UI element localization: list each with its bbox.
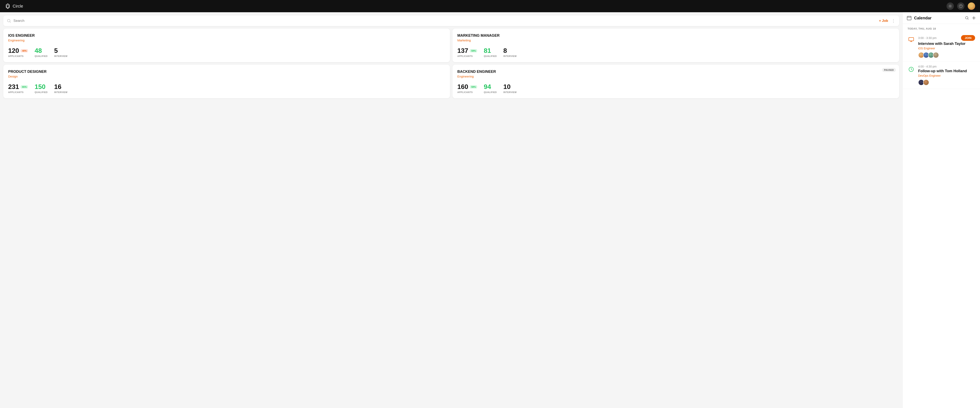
event-subtitle-1: DevOps Engineer — [918, 74, 975, 77]
settings-icon-btn[interactable] — [947, 2, 954, 10]
job-card-backend-engineer: PAUSED BACKEND ENGINEER Engineering 160 … — [452, 65, 899, 98]
applicants-badge: 65% — [21, 85, 28, 89]
event-content-1: 4:00 - 4:30 pm Follow-up with Tom Hollan… — [918, 65, 975, 86]
svg-rect-8 — [909, 38, 914, 41]
job-card-product-designer: PRODUCT DESIGNER Design 231 65% APPLICAN… — [3, 65, 450, 98]
qualified-number: 48 — [35, 47, 48, 54]
stat-qualified: 94 QUALIFIED — [484, 83, 497, 94]
more-options-icon[interactable]: ⋮ — [891, 18, 896, 23]
interview-number: 8 — [503, 47, 517, 54]
svg-point-2 — [961, 7, 961, 7]
interview-number: 5 — [54, 47, 67, 54]
job-department: Engineering — [8, 38, 445, 42]
job-title: PRODUCT DESIGNER — [8, 70, 445, 74]
search-left — [7, 19, 879, 23]
main-layout: + Job ⋮ IOS ENGINEER Engineering 120 40%… — [0, 12, 980, 408]
svg-rect-6 — [910, 16, 910, 17]
event-subtitle-0: iOS Engineer — [918, 47, 975, 50]
svg-point-0 — [950, 5, 951, 7]
stat-applicants: 231 65% APPLICANTS — [8, 83, 28, 94]
join-button-0[interactable]: JOIN — [961, 35, 975, 41]
job-title: MARKETING MANAGER — [457, 33, 894, 38]
applicants-number: 120 40% — [8, 47, 28, 54]
calendar-header-right — [965, 16, 976, 20]
applicants-label: APPLICANTS — [8, 91, 28, 94]
applicants-badge: 59% — [470, 49, 477, 52]
applicants-badge: 59% — [470, 85, 477, 89]
calendar-icon — [907, 16, 912, 21]
topnav: Circle — [0, 0, 980, 12]
event-title-1: Follow-up with Tom Holland — [918, 69, 975, 73]
job-title: BACKEND ENGINEER — [457, 70, 894, 74]
paused-badge: PAUSED — [882, 68, 896, 72]
today-label: TODAY, THU, AUG 18 — [903, 24, 980, 32]
event-avatars-1 — [918, 79, 975, 86]
job-stats: 137 59% APPLICANTS 81 QUALIFIED 8 INTERV… — [457, 47, 894, 57]
avatar-image — [968, 2, 975, 10]
jobs-grid: IOS ENGINEER Engineering 120 40% APPLICA… — [3, 29, 899, 98]
svg-rect-5 — [908, 16, 908, 17]
event-time-row-1: 4:00 - 4:30 pm — [918, 65, 975, 68]
stat-interview: 10 INTERVIEW — [503, 83, 517, 94]
stat-qualified: 48 QUALIFIED — [35, 47, 48, 57]
applicants-badge: 40% — [21, 49, 28, 52]
topnav-left: Circle — [5, 3, 23, 9]
stat-interview: 16 INTERVIEW — [54, 83, 67, 94]
screen-icon — [908, 37, 914, 43]
job-stats: 160 59% APPLICANTS 94 QUALIFIED 10 INTER… — [457, 83, 894, 94]
event-time-0: 3:00 - 3:30 pm — [918, 36, 937, 40]
interview-label: INTERVIEW — [503, 91, 517, 94]
applicants-number: 231 65% — [8, 83, 28, 90]
avatar-1-1 — [923, 79, 929, 86]
avatar-0-3 — [933, 52, 939, 58]
applicants-number: 160 59% — [457, 83, 477, 90]
user-avatar[interactable] — [968, 2, 975, 10]
event-icon-clock — [907, 66, 915, 73]
help-icon — [959, 4, 963, 8]
job-department: Engineering — [457, 75, 894, 78]
qualified-number: 81 — [484, 47, 497, 54]
add-job-button[interactable]: + Job — [879, 19, 888, 23]
applicants-label: APPLICANTS — [457, 55, 477, 57]
job-card-ios-engineer: IOS ENGINEER Engineering 120 40% APPLICA… — [3, 29, 450, 62]
interview-number: 10 — [503, 83, 517, 90]
search-input[interactable] — [13, 19, 879, 23]
applicants-label: APPLICANTS — [8, 55, 28, 57]
event-time-row-0: 3:00 - 3:30 pm JOIN — [918, 35, 975, 41]
stat-applicants: 160 59% APPLICANTS — [457, 83, 477, 94]
event-icon-screen — [907, 36, 915, 43]
stat-applicants: 137 59% APPLICANTS — [457, 47, 477, 57]
qualified-number: 94 — [484, 83, 497, 90]
app-title: Circle — [13, 4, 23, 9]
calendar-search-button[interactable] — [965, 16, 969, 20]
qualified-number: 150 — [35, 83, 48, 90]
interview-label: INTERVIEW — [503, 55, 517, 57]
stat-qualified: 81 QUALIFIED — [484, 47, 497, 57]
calendar-header-left: Calendar — [907, 16, 932, 21]
svg-rect-4 — [907, 16, 911, 20]
stat-qualified: 150 QUALIFIED — [35, 83, 48, 94]
interview-number: 16 — [54, 83, 67, 90]
settings-icon — [948, 4, 952, 8]
clock-icon — [908, 67, 914, 72]
help-icon-btn[interactable] — [957, 2, 964, 10]
left-panel: + Job ⋮ IOS ENGINEER Engineering 120 40%… — [0, 12, 902, 408]
calendar-add-button[interactable] — [972, 16, 976, 20]
stat-interview: 5 INTERVIEW — [54, 47, 67, 57]
calendar-event-0: 3:00 - 3:30 pm JOIN Interview with Sarah… — [903, 32, 980, 62]
calendar-title: Calendar — [914, 16, 932, 21]
event-content-0: 3:00 - 3:30 pm JOIN Interview with Sarah… — [918, 35, 975, 58]
interview-label: INTERVIEW — [54, 91, 67, 94]
calendar-event-1: 4:00 - 4:30 pm Follow-up with Tom Hollan… — [903, 62, 980, 89]
interview-label: INTERVIEW — [54, 55, 67, 57]
circle-logo-icon — [5, 3, 11, 9]
job-department: Design — [8, 75, 445, 78]
applicants-number: 137 59% — [457, 47, 477, 54]
event-title-0: Interview with Sarah Taylor — [918, 41, 975, 46]
qualified-label: QUALIFIED — [484, 91, 497, 94]
event-time-1: 4:00 - 4:30 pm — [918, 65, 937, 68]
search-icon — [965, 16, 969, 20]
calendar-header: Calendar — [903, 12, 980, 24]
job-department: Marketing — [457, 38, 894, 42]
stat-applicants: 120 40% APPLICANTS — [8, 47, 28, 57]
